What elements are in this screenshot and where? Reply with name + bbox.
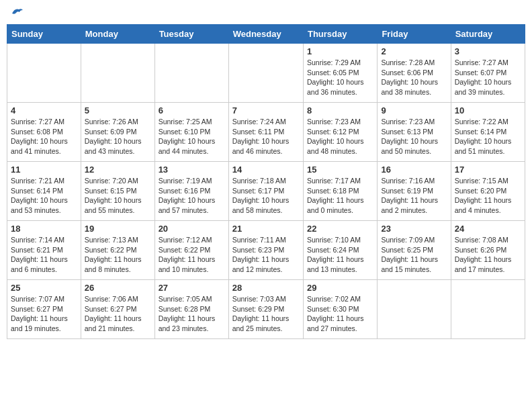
day-number: 29 — [307, 283, 373, 293]
day-number: 20 — [159, 224, 225, 234]
calendar-table: SundayMondayTuesdayWednesdayThursdayFrid… — [7, 24, 525, 339]
day-info: Sunrise: 7:26 AM Sunset: 6:09 PM Dayligh… — [85, 117, 151, 156]
calendar-cell: 26Sunrise: 7:06 AM Sunset: 6:27 PM Dayli… — [81, 280, 154, 339]
day-number: 3 — [455, 46, 521, 56]
calendar-week-row: 1Sunrise: 7:29 AM Sunset: 6:05 PM Daylig… — [7, 44, 525, 103]
calendar-cell: 11Sunrise: 7:21 AM Sunset: 6:14 PM Dayli… — [7, 162, 81, 221]
day-info: Sunrise: 7:25 AM Sunset: 6:10 PM Dayligh… — [159, 117, 225, 156]
day-of-week-header: Tuesday — [154, 25, 228, 44]
day-info: Sunrise: 7:09 AM Sunset: 6:25 PM Dayligh… — [381, 235, 447, 275]
calendar-cell: 6Sunrise: 7:25 AM Sunset: 6:10 PM Daylig… — [154, 103, 228, 162]
day-info: Sunrise: 7:16 AM Sunset: 6:19 PM Dayligh… — [381, 176, 447, 216]
calendar-cell: 20Sunrise: 7:12 AM Sunset: 6:22 PM Dayli… — [154, 221, 228, 280]
calendar-cell: 25Sunrise: 7:07 AM Sunset: 6:27 PM Dayli… — [7, 280, 81, 339]
day-number: 13 — [159, 165, 225, 175]
calendar-cell: 4Sunrise: 7:27 AM Sunset: 6:08 PM Daylig… — [7, 103, 81, 162]
calendar-week-row: 11Sunrise: 7:21 AM Sunset: 6:14 PM Dayli… — [7, 162, 525, 221]
calendar-cell: 21Sunrise: 7:11 AM Sunset: 6:23 PM Dayli… — [228, 221, 303, 280]
day-number: 2 — [381, 46, 447, 56]
day-number: 18 — [11, 224, 77, 234]
day-of-week-header: Thursday — [303, 25, 377, 44]
day-number: 10 — [455, 105, 521, 116]
day-info: Sunrise: 7:11 AM Sunset: 6:23 PM Dayligh… — [232, 235, 300, 275]
calendar-cell: 17Sunrise: 7:15 AM Sunset: 6:20 PM Dayli… — [451, 162, 525, 221]
day-number: 21 — [232, 224, 300, 234]
day-number: 11 — [11, 165, 77, 175]
day-info: Sunrise: 7:18 AM Sunset: 6:17 PM Dayligh… — [232, 176, 300, 216]
day-number: 28 — [232, 283, 300, 293]
calendar-cell: 29Sunrise: 7:02 AM Sunset: 6:30 PM Dayli… — [303, 280, 377, 339]
calendar-cell — [378, 280, 451, 339]
calendar-cell: 14Sunrise: 7:18 AM Sunset: 6:17 PM Dayli… — [228, 162, 303, 221]
calendar-cell: 2Sunrise: 7:28 AM Sunset: 6:06 PM Daylig… — [378, 44, 451, 103]
day-number: 25 — [11, 283, 77, 293]
calendar-cell: 9Sunrise: 7:23 AM Sunset: 6:13 PM Daylig… — [378, 103, 451, 162]
day-info: Sunrise: 7:22 AM Sunset: 6:14 PM Dayligh… — [455, 117, 521, 156]
day-number: 4 — [11, 105, 77, 116]
day-info: Sunrise: 7:03 AM Sunset: 6:29 PM Dayligh… — [232, 294, 300, 334]
day-info: Sunrise: 7:06 AM Sunset: 6:27 PM Dayligh… — [85, 294, 151, 334]
calendar-cell: 1Sunrise: 7:29 AM Sunset: 6:05 PM Daylig… — [303, 44, 377, 103]
calendar-cell: 8Sunrise: 7:23 AM Sunset: 6:12 PM Daylig… — [303, 103, 377, 162]
day-number: 14 — [232, 165, 300, 175]
day-of-week-header: Friday — [378, 25, 451, 44]
day-number: 26 — [85, 283, 151, 293]
page-header — [7, 7, 525, 19]
day-info: Sunrise: 7:28 AM Sunset: 6:06 PM Dayligh… — [381, 58, 447, 97]
day-info: Sunrise: 7:24 AM Sunset: 6:11 PM Dayligh… — [232, 117, 300, 156]
day-number: 17 — [455, 165, 521, 175]
day-info: Sunrise: 7:23 AM Sunset: 6:13 PM Dayligh… — [381, 117, 447, 156]
calendar-cell — [154, 44, 228, 103]
day-number: 27 — [159, 283, 225, 293]
day-number: 22 — [307, 224, 373, 234]
day-info: Sunrise: 7:27 AM Sunset: 6:08 PM Dayligh… — [11, 117, 77, 156]
day-info: Sunrise: 7:20 AM Sunset: 6:15 PM Dayligh… — [85, 176, 151, 216]
calendar-cell: 27Sunrise: 7:05 AM Sunset: 6:28 PM Dayli… — [154, 280, 228, 339]
calendar-week-row: 25Sunrise: 7:07 AM Sunset: 6:27 PM Dayli… — [7, 280, 525, 339]
calendar-cell: 15Sunrise: 7:17 AM Sunset: 6:18 PM Dayli… — [303, 162, 377, 221]
day-info: Sunrise: 7:29 AM Sunset: 6:05 PM Dayligh… — [307, 58, 373, 97]
day-number: 15 — [307, 165, 373, 175]
day-number: 9 — [381, 105, 447, 116]
day-info: Sunrise: 7:27 AM Sunset: 6:07 PM Dayligh… — [455, 58, 521, 97]
calendar-cell: 3Sunrise: 7:27 AM Sunset: 6:07 PM Daylig… — [451, 44, 525, 103]
day-number: 5 — [85, 105, 151, 116]
calendar-cell: 23Sunrise: 7:09 AM Sunset: 6:25 PM Dayli… — [378, 221, 451, 280]
day-number: 7 — [232, 105, 300, 116]
day-number: 6 — [159, 105, 225, 116]
day-number: 8 — [307, 105, 373, 116]
day-info: Sunrise: 7:23 AM Sunset: 6:12 PM Dayligh… — [307, 117, 373, 156]
day-info: Sunrise: 7:19 AM Sunset: 6:16 PM Dayligh… — [159, 176, 225, 216]
calendar-cell: 13Sunrise: 7:19 AM Sunset: 6:16 PM Dayli… — [154, 162, 228, 221]
day-info: Sunrise: 7:14 AM Sunset: 6:21 PM Dayligh… — [11, 235, 77, 275]
day-number: 19 — [85, 224, 151, 234]
calendar-cell: 18Sunrise: 7:14 AM Sunset: 6:21 PM Dayli… — [7, 221, 81, 280]
day-info: Sunrise: 7:21 AM Sunset: 6:14 PM Dayligh… — [11, 176, 77, 216]
calendar-week-row: 18Sunrise: 7:14 AM Sunset: 6:21 PM Dayli… — [7, 221, 525, 280]
calendar-cell: 19Sunrise: 7:13 AM Sunset: 6:22 PM Dayli… — [81, 221, 154, 280]
calendar-cell: 16Sunrise: 7:16 AM Sunset: 6:19 PM Dayli… — [378, 162, 451, 221]
calendar-cell — [228, 44, 303, 103]
day-info: Sunrise: 7:10 AM Sunset: 6:24 PM Dayligh… — [307, 235, 373, 275]
calendar-cell: 5Sunrise: 7:26 AM Sunset: 6:09 PM Daylig… — [81, 103, 154, 162]
day-number: 23 — [381, 224, 447, 234]
day-of-week-header: Monday — [81, 25, 154, 44]
day-info: Sunrise: 7:13 AM Sunset: 6:22 PM Dayligh… — [85, 235, 151, 275]
day-of-week-header: Sunday — [7, 25, 81, 44]
day-number: 1 — [307, 46, 373, 56]
calendar-cell: 7Sunrise: 7:24 AM Sunset: 6:11 PM Daylig… — [228, 103, 303, 162]
calendar-body: 1Sunrise: 7:29 AM Sunset: 6:05 PM Daylig… — [7, 44, 525, 339]
calendar-cell — [7, 44, 81, 103]
day-of-week-header: Saturday — [451, 25, 525, 44]
day-info: Sunrise: 7:12 AM Sunset: 6:22 PM Dayligh… — [159, 235, 225, 275]
day-info: Sunrise: 7:17 AM Sunset: 6:18 PM Dayligh… — [307, 176, 373, 216]
calendar-cell — [451, 280, 525, 339]
day-info: Sunrise: 7:02 AM Sunset: 6:30 PM Dayligh… — [307, 294, 373, 334]
day-number: 16 — [381, 165, 447, 175]
calendar-week-row: 4Sunrise: 7:27 AM Sunset: 6:08 PM Daylig… — [7, 103, 525, 162]
calendar-cell: 24Sunrise: 7:08 AM Sunset: 6:26 PM Dayli… — [451, 221, 525, 280]
logo-bird-icon — [11, 7, 24, 19]
calendar-cell: 10Sunrise: 7:22 AM Sunset: 6:14 PM Dayli… — [451, 103, 525, 162]
day-of-week-header: Wednesday — [228, 25, 303, 44]
calendar-cell: 28Sunrise: 7:03 AM Sunset: 6:29 PM Dayli… — [228, 280, 303, 339]
